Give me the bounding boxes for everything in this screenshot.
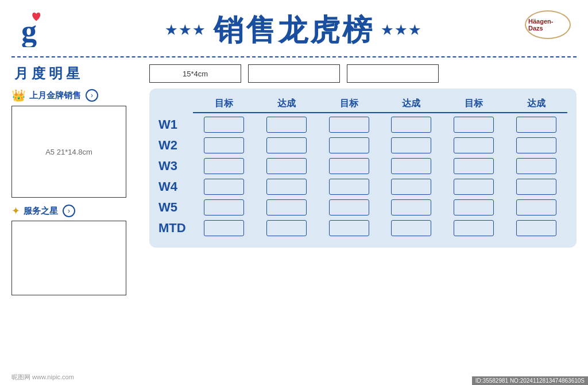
- input-cell: [443, 117, 505, 133]
- input-w2-2[interactable]: [266, 137, 307, 153]
- gold-sales-photo-box: A5 21*14.8cm: [11, 106, 126, 198]
- top-box-3: [347, 64, 439, 83]
- input-mtd-6[interactable]: [516, 220, 556, 236]
- input-w3-5[interactable]: [454, 158, 494, 174]
- row-label-w5: W5: [158, 200, 193, 215]
- th-empty: [158, 95, 193, 113]
- input-w4-6[interactable]: [516, 179, 556, 195]
- input-w4-3[interactable]: [329, 179, 369, 195]
- haagen-dazs-logo: Häagen-Dazs: [525, 10, 571, 39]
- left-panel: 月度明星 👑 上月金牌销售 › A5 21*14.8cm ✦ 服务之星 ›: [11, 64, 138, 295]
- input-w2-3[interactable]: [329, 137, 369, 153]
- monthly-star-title: 月度明星: [11, 64, 138, 83]
- table-row-mtd: MTD: [158, 220, 567, 236]
- input-w1-4[interactable]: [391, 117, 431, 133]
- input-w1-6[interactable]: [516, 117, 556, 133]
- row-label-w2: W2: [158, 138, 193, 153]
- input-cell: [193, 117, 256, 133]
- table-row-w4: W4: [158, 179, 567, 195]
- input-cell: [318, 117, 380, 133]
- service-star-header: ✦ 服务之星 ›: [11, 205, 138, 217]
- th-col-5: 目标: [443, 95, 505, 113]
- row-label-w3: W3: [158, 159, 193, 174]
- brand-logo: g: [17, 7, 57, 47]
- gold-sales-arrow[interactable]: ›: [86, 89, 98, 102]
- input-w3-4[interactable]: [391, 158, 431, 174]
- stars-right: ★★★: [381, 23, 423, 38]
- watermark: 昵图网 www.nipic.com: [11, 373, 74, 382]
- input-w1-3[interactable]: [329, 117, 369, 133]
- input-mtd-3[interactable]: [329, 220, 369, 236]
- th-col-4: 达成: [380, 95, 443, 113]
- input-w3-2[interactable]: [266, 158, 307, 174]
- table-header-row: 目标 达成 目标 达成 目标 达成: [158, 95, 567, 113]
- input-w4-4[interactable]: [391, 179, 431, 195]
- service-star-section: ✦ 服务之星 ›: [11, 205, 138, 295]
- id-bar: ID:35582981 NO:2024112813474863610S: [472, 376, 588, 385]
- input-w3-1[interactable]: [204, 158, 244, 174]
- top-box-2: [248, 64, 340, 83]
- input-w4-2[interactable]: [266, 179, 307, 195]
- input-cell: [380, 117, 443, 133]
- row-label-w1: W1: [158, 117, 193, 132]
- input-w5-4[interactable]: [391, 199, 431, 215]
- header-title: ★★★ 销售龙虎榜 ★★★: [165, 10, 423, 51]
- input-w3-3[interactable]: [329, 158, 369, 174]
- gold-sales-label: 上月金牌销售: [29, 90, 81, 101]
- input-w1-2[interactable]: [266, 117, 307, 133]
- service-photo-box: [11, 221, 126, 295]
- gold-sales-header: 👑 上月金牌销售 ›: [11, 88, 138, 102]
- input-w5-2[interactable]: [266, 199, 307, 215]
- input-w2-5[interactable]: [454, 137, 494, 153]
- table-row-w1: W1: [158, 117, 567, 133]
- service-star-label: 服务之星: [24, 206, 58, 217]
- brand-text-line1: Häagen-Dazs: [528, 18, 567, 32]
- table-row-w5: W5: [158, 199, 567, 215]
- th-col-2: 达成: [256, 95, 318, 113]
- svg-text:g: g: [21, 14, 37, 48]
- logo-area: g: [17, 7, 57, 47]
- input-w4-1[interactable]: [204, 179, 244, 195]
- table-row-w2: W2: [158, 137, 567, 153]
- input-w2-6[interactable]: [516, 137, 556, 153]
- header: g ★★★ 销售龙虎榜 ★★★ Häagen-Dazs: [0, 0, 588, 56]
- input-cell: [256, 117, 318, 133]
- row-label-w4: W4: [158, 179, 193, 194]
- crown-icon: 👑: [11, 88, 26, 102]
- th-col-6: 达成: [505, 95, 567, 113]
- main-content: 月度明星 👑 上月金牌销售 › A5 21*14.8cm ✦ 服务之星 › 15…: [0, 64, 588, 295]
- input-mtd-5[interactable]: [454, 220, 494, 236]
- input-w1-1[interactable]: [204, 117, 244, 133]
- sales-table: 目标 达成 目标 达成 目标 达成 W1 W2: [149, 88, 577, 248]
- th-col-3: 目标: [318, 95, 380, 113]
- row-label-mtd: MTD: [158, 221, 193, 236]
- top-box-1: 15*4cm: [149, 64, 241, 83]
- th-col-1: 目标: [193, 95, 256, 113]
- top-boxes: 15*4cm: [149, 64, 577, 83]
- header-divider: [11, 56, 577, 57]
- input-w1-5[interactable]: [454, 117, 494, 133]
- input-w3-6[interactable]: [516, 158, 556, 174]
- input-mtd-2[interactable]: [266, 220, 307, 236]
- main-title: 销售龙虎榜: [214, 10, 374, 51]
- input-w5-3[interactable]: [329, 199, 369, 215]
- stars-left: ★★★: [165, 23, 207, 38]
- right-panel: 15*4cm 目标 达成 目标 达成 目标 达成 W1: [149, 64, 577, 295]
- input-mtd-1[interactable]: [204, 220, 244, 236]
- input-w5-5[interactable]: [454, 199, 494, 215]
- input-w5-6[interactable]: [516, 199, 556, 215]
- input-cell: [505, 117, 567, 133]
- input-w2-1[interactable]: [204, 137, 244, 153]
- input-w5-1[interactable]: [204, 199, 244, 215]
- input-w2-4[interactable]: [391, 137, 431, 153]
- service-star-icon: ✦: [11, 205, 20, 217]
- input-w4-5[interactable]: [454, 179, 494, 195]
- photo-box-label: A5 21*14.8cm: [45, 148, 92, 156]
- service-star-arrow[interactable]: ›: [63, 205, 75, 217]
- table-row-w3: W3: [158, 158, 567, 174]
- input-mtd-4[interactable]: [391, 220, 431, 236]
